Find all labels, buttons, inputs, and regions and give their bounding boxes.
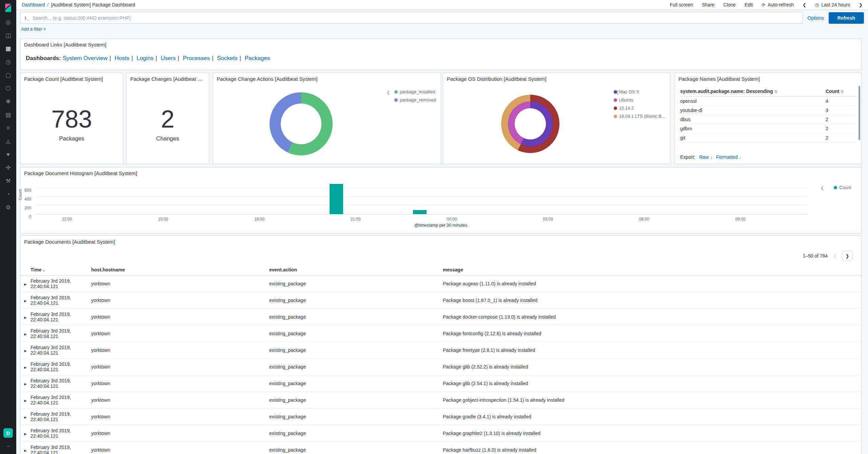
sidebar-item-dashboard[interactable]: ▦ — [0, 42, 16, 55]
doc-message: Package graphite2 (1.3.10) is already in… — [443, 425, 861, 442]
package-count-value: 783 — [51, 107, 92, 131]
column-header-event[interactable]: event.action — [269, 264, 443, 276]
dashboard-link-system-overview[interactable]: System Overview — [63, 55, 107, 61]
expand-row-icon[interactable]: ▶ — [24, 416, 27, 419]
column-header-package-name[interactable]: system.audit.package.name: Descending⇅ — [680, 87, 826, 97]
legend-item[interactable]: package_installed — [394, 89, 436, 94]
refresh-button[interactable]: Refresh — [829, 12, 864, 24]
histogram-bar[interactable] — [330, 184, 343, 214]
doc-time: February 3rd 2019, 22:40:04.121 — [31, 375, 91, 392]
column-header-message[interactable]: message — [443, 264, 861, 276]
os-distribution-donut-chart[interactable] — [501, 95, 559, 153]
dev-tools-icon: ⚒ — [5, 178, 11, 184]
legend-toggle-icon[interactable]: ❮ — [387, 90, 390, 95]
sidebar-item-dev-tools[interactable]: ⚒ — [0, 174, 16, 188]
expand-row-icon[interactable]: ▶ — [24, 449, 27, 452]
doc-host: yorktown — [91, 442, 269, 454]
package-count: 2 — [826, 124, 856, 133]
doc-host: yorktown — [91, 325, 269, 342]
column-header-count[interactable]: Count⇅ — [826, 87, 856, 97]
kibana-logo[interactable] — [0, 0, 16, 16]
legend-item[interactable]: Mac OS X — [614, 89, 665, 94]
legend-item[interactable]: Count — [834, 185, 851, 190]
histogram-bar[interactable] — [413, 210, 427, 214]
expand-row-icon[interactable]: ▶ — [24, 349, 27, 353]
package-changes-label: Changes — [156, 135, 179, 142]
expand-row-icon[interactable]: ▶ — [24, 333, 27, 336]
edit-button[interactable]: Edit — [745, 2, 753, 7]
table-row: ▶February 3rd 2019, 22:40:04.121yorktown… — [20, 409, 861, 425]
dashboard-link-packages[interactable]: Packages — [245, 55, 270, 61]
sidebar-item-infrastructure[interactable]: ▤ — [0, 108, 16, 121]
doc-event: existing_package — [269, 392, 443, 409]
query-prompt-icon: ❯_ — [24, 15, 29, 20]
os-distribution-legend: Mac OS X Ubuntu 10.14.2 18.04.1 LTS (Bio… — [614, 89, 665, 119]
full-screen-button[interactable]: Full screen — [670, 2, 693, 7]
panel-scrollbar[interactable] — [859, 86, 860, 140]
spaces-badge[interactable]: D — [3, 428, 13, 438]
time-forward-button[interactable]: ❯ — [859, 2, 863, 7]
expand-row-icon[interactable]: ▶ — [24, 432, 27, 436]
export-formatted-link[interactable]: Formatted ↓ — [716, 154, 741, 160]
expand-row-icon[interactable]: ▶ — [24, 399, 27, 402]
legend-item[interactable]: 18.04.1 LTS (Bionic B... — [614, 114, 665, 119]
dashboard-link-hosts[interactable]: Hosts — [115, 55, 129, 61]
search-input[interactable] — [33, 15, 799, 21]
sidebar-item-timelion[interactable]: ◷ — [0, 55, 16, 69]
os-distribution-inner-ring[interactable] — [508, 101, 553, 146]
package-count: 2 — [826, 133, 856, 143]
sidebar-item-uptime[interactable]: ♥ — [0, 148, 16, 161]
sidebar-item-visualize[interactable]: ◫ — [0, 29, 16, 42]
sidebar-item-discover[interactable]: ◎ — [0, 16, 16, 29]
pagination-next-button[interactable]: ❯ — [842, 251, 852, 261]
doc-event: existing_package — [269, 425, 443, 442]
query-options-link[interactable]: Options — [808, 15, 824, 21]
breadcrumb-dashboard-link[interactable]: Dashboard — [22, 2, 45, 7]
expand-row-icon[interactable]: ▶ — [24, 366, 27, 369]
legend-item[interactable]: Ubuntu — [614, 97, 665, 102]
time-back-button[interactable]: ❮ — [803, 2, 806, 7]
sidebar-item-management[interactable]: ⚙ — [0, 201, 16, 214]
legend-toggle-icon[interactable]: ❮ — [821, 186, 824, 190]
change-actions-donut-chart[interactable] — [270, 92, 333, 155]
doc-host: yorktown — [91, 309, 269, 325]
dashboard-link-sockets[interactable]: Sockets — [217, 55, 237, 61]
clone-button[interactable]: Clone — [723, 2, 736, 7]
gridline — [35, 187, 808, 188]
doc-message: Package boost (1.67.0_1) is already inst… — [443, 292, 861, 309]
sidebar-item-maps[interactable]: ⬡ — [0, 82, 16, 95]
export-label: Export: — [680, 154, 695, 160]
dashboard-link-users[interactable]: Users — [161, 55, 176, 61]
sidebar-item-apm[interactable]: ◬ — [0, 135, 16, 148]
expand-row-icon[interactable]: ▶ — [24, 299, 27, 303]
sidebar-item-logs[interactable]: ≡ — [0, 121, 16, 135]
time-range-picker[interactable]: ◷Last 24 hours — [815, 2, 850, 7]
expand-row-icon[interactable]: ▶ — [24, 382, 27, 386]
add-filter-link[interactable]: Add a filter + — [21, 26, 46, 32]
legend-item[interactable]: package_removed — [394, 97, 436, 102]
sidebar-item-graph[interactable]: ✣ — [0, 161, 16, 174]
table-row: ▶February 3rd 2019, 22:40:04.121yorktown… — [20, 342, 861, 359]
sort-icon: ⇅ — [839, 90, 844, 94]
dashboard-icon: ▦ — [5, 46, 11, 52]
sidebar-item-monitoring[interactable]: ◔ — [0, 188, 16, 201]
column-header-time[interactable]: Time▴ — [31, 264, 91, 276]
auto-refresh-button[interactable]: ⟳Auto-refresh — [762, 2, 794, 7]
sidebar-collapse-icon[interactable]: → — [5, 442, 11, 449]
expand-row-icon[interactable]: ▶ — [24, 316, 27, 319]
pagination-prev-icon[interactable]: ❮ — [833, 253, 837, 259]
dashboard-link-processes[interactable]: Processes — [183, 55, 210, 61]
legend-item[interactable]: 10.14.2 — [614, 106, 665, 111]
package-name: gdbm — [680, 124, 826, 133]
sidebar-item-canvas[interactable]: ▢ — [0, 69, 16, 82]
column-header-host[interactable]: host.hostname — [91, 264, 269, 276]
dashboard-links-line: Dashboards: System Overview| Hosts| Logi… — [20, 48, 861, 62]
table-row: git2 — [680, 133, 856, 143]
share-button[interactable]: Share — [702, 2, 714, 7]
download-icon: ↓ — [710, 155, 712, 160]
dashboard-link-logins[interactable]: Logins — [137, 55, 154, 61]
export-raw-link[interactable]: Raw ↓ — [699, 154, 712, 160]
table-row: ▶February 3rd 2019, 22:40:04.121yorktown… — [20, 276, 861, 292]
expand-row-icon[interactable]: ▶ — [24, 283, 27, 286]
sidebar-item-machine-learning[interactable]: ❋ — [0, 95, 16, 108]
